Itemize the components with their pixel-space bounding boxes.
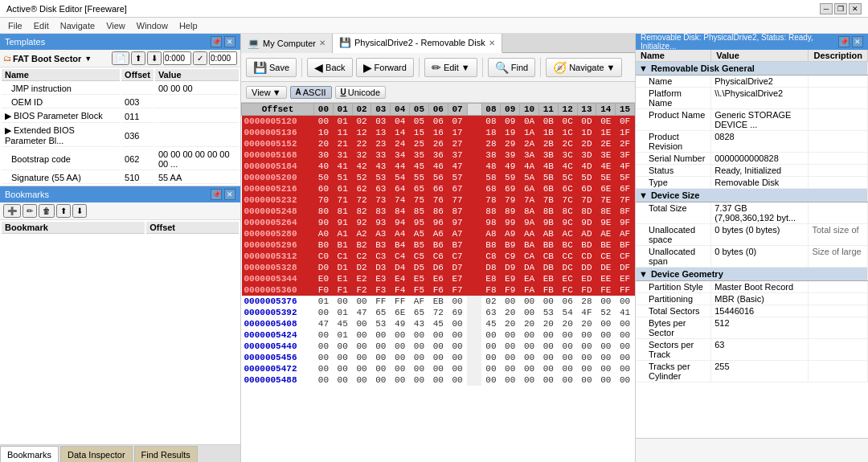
hex-cell[interactable]: 54 xyxy=(558,307,577,318)
hex-cell[interactable]: 00 xyxy=(371,374,391,386)
table-row[interactable]: 0000005344E0E1E2E3E4E5E6E7E8E9EAEBECEDEE… xyxy=(242,273,635,284)
hex-cell[interactable]: 00 xyxy=(577,352,596,363)
table-row[interactable]: 0000005456000000000000000000000000000000… xyxy=(242,352,635,363)
hex-cell[interactable]: C1 xyxy=(333,251,352,262)
hex-cell[interactable]: 47 xyxy=(448,161,467,172)
hex-cell[interactable]: AF xyxy=(410,296,429,307)
hex-cell[interactable]: AD xyxy=(577,228,596,239)
hex-cell[interactable]: A1 xyxy=(333,228,352,239)
hex-cell[interactable]: 00 xyxy=(428,363,448,374)
hex-cell[interactable]: A6 xyxy=(428,228,448,239)
hex-cell[interactable]: 4D xyxy=(577,161,596,172)
hex-cell[interactable]: BC xyxy=(558,239,577,251)
hex-cell[interactable]: 00 xyxy=(333,341,352,352)
table-row[interactable]: 0000005440000000000000000000000000000000… xyxy=(242,341,635,352)
hex-cell[interactable]: F2 xyxy=(352,284,371,296)
hex-cell[interactable]: 40 xyxy=(314,161,334,172)
hex-cell[interactable]: 89 xyxy=(501,206,520,217)
hex-cell[interactable] xyxy=(467,284,481,296)
hex-cell[interactable]: 48 xyxy=(481,161,501,172)
hex-cell[interactable]: 0F xyxy=(616,116,635,128)
table-row[interactable]: 0000005200505152535455565758595A5B5C5D5E… xyxy=(242,172,635,183)
hex-cell[interactable]: 50 xyxy=(314,172,334,183)
hex-cell[interactable] xyxy=(467,329,481,341)
hex-cell[interactable]: 7E xyxy=(596,194,616,206)
hex-cell[interactable]: C6 xyxy=(428,251,448,262)
hex-cell[interactable]: E0 xyxy=(314,273,334,284)
template-value-input[interactable] xyxy=(209,51,237,65)
table-row[interactable]: 0000005248808182838485868788898A8B8C8D8E… xyxy=(242,206,635,217)
hex-cell[interactable]: 34 xyxy=(391,149,410,161)
hex-cell[interactable]: 06 xyxy=(558,296,577,307)
table-row[interactable]: 0000005424000100000000000000000000000000… xyxy=(242,329,635,341)
hex-cell[interactable]: 39 xyxy=(501,149,520,161)
hex-cell[interactable]: D4 xyxy=(391,262,410,273)
hex-cell[interactable]: 20 xyxy=(501,307,520,318)
hex-cell[interactable]: 7B xyxy=(538,194,558,206)
save-button[interactable]: 💾 Save xyxy=(246,58,297,77)
hex-cell[interactable]: C9 xyxy=(501,251,520,262)
table-row[interactable]: 0000005392000147656E65726963200053544F52… xyxy=(242,307,635,318)
hex-cell[interactable]: 00 xyxy=(448,374,467,386)
hex-cell[interactable]: 1B xyxy=(538,127,558,138)
hex-cell[interactable]: 00 xyxy=(448,329,467,341)
hex-cell[interactable]: 63 xyxy=(371,183,391,194)
hex-cell[interactable]: 53 xyxy=(538,307,558,318)
hex-cell[interactable]: 16 xyxy=(428,127,448,138)
hex-cell[interactable] xyxy=(467,296,481,307)
hex-cell[interactable]: A3 xyxy=(371,228,391,239)
hex-cell[interactable]: 5F xyxy=(616,172,635,183)
hex-cell[interactable]: 55 xyxy=(410,172,429,183)
hex-cell[interactable] xyxy=(467,374,481,386)
hex-cell[interactable] xyxy=(467,116,481,128)
hex-cell[interactable]: 4A xyxy=(520,161,539,172)
hex-cell[interactable]: 95 xyxy=(410,217,429,228)
hex-cell[interactable]: F7 xyxy=(448,284,467,296)
hex-cell[interactable]: 00 xyxy=(616,363,635,374)
hex-cell[interactable]: 8B xyxy=(538,206,558,217)
hex-cell[interactable]: FB xyxy=(538,284,558,296)
hex-cell[interactable]: 29 xyxy=(501,138,520,149)
hex-cell[interactable]: EA xyxy=(520,273,539,284)
hex-cell[interactable]: 00 xyxy=(577,363,596,374)
hex-cell[interactable]: A8 xyxy=(481,228,501,239)
hex-cell[interactable]: 42 xyxy=(352,161,371,172)
table-row[interactable]: 0000005328D0D1D2D3D4D5D6D7D8D9DADBDCDDDE… xyxy=(242,262,635,273)
hex-cell[interactable]: 00 xyxy=(596,329,616,341)
hex-cell[interactable]: 27 xyxy=(448,138,467,149)
hex-cell[interactable]: 28 xyxy=(577,296,596,307)
hex-cell[interactable] xyxy=(467,172,481,183)
hex-cell[interactable]: 00 xyxy=(538,374,558,386)
hex-cell[interactable]: 6E xyxy=(391,307,410,318)
hex-cell[interactable]: 00 xyxy=(558,341,577,352)
hex-cell[interactable]: 47 xyxy=(352,307,371,318)
hex-cell[interactable]: C3 xyxy=(371,251,391,262)
hex-cell[interactable]: 06 xyxy=(428,116,448,128)
hex-cell[interactable]: 00 xyxy=(481,352,501,363)
hex-cell[interactable]: 4F xyxy=(616,161,635,172)
hex-cell[interactable]: 28 xyxy=(481,138,501,149)
hex-cell[interactable]: 22 xyxy=(352,138,371,149)
hex-cell[interactable]: 4B xyxy=(538,161,558,172)
hex-cell[interactable]: B6 xyxy=(428,239,448,251)
hex-cell[interactable]: 47 xyxy=(314,318,334,329)
hex-cell[interactable]: 5B xyxy=(538,172,558,183)
bm-del-btn[interactable]: 🗑 xyxy=(39,204,55,218)
edit-button[interactable]: ✏ Edit ▼ xyxy=(424,58,477,77)
hex-cell[interactable]: 00 xyxy=(410,352,429,363)
hex-cell[interactable]: 00 xyxy=(391,374,410,386)
hex-cell[interactable]: 00 xyxy=(596,296,616,307)
hex-cell[interactable]: 24 xyxy=(391,138,410,149)
hex-cell[interactable]: 02 xyxy=(352,116,371,128)
hex-cell[interactable]: F8 xyxy=(481,284,501,296)
hex-cell[interactable]: 00 xyxy=(410,329,429,341)
hex-cell[interactable]: FC xyxy=(558,284,577,296)
hex-cell[interactable]: 00 xyxy=(314,116,334,128)
hex-cell[interactable]: 45 xyxy=(428,318,448,329)
hex-cell[interactable]: 2F xyxy=(616,138,635,149)
hex-cell[interactable] xyxy=(467,138,481,149)
hex-cell[interactable]: 00 xyxy=(520,374,539,386)
hex-cell[interactable]: 00 xyxy=(352,352,371,363)
hex-cell[interactable] xyxy=(467,262,481,273)
hex-cell[interactable]: 00 xyxy=(428,352,448,363)
